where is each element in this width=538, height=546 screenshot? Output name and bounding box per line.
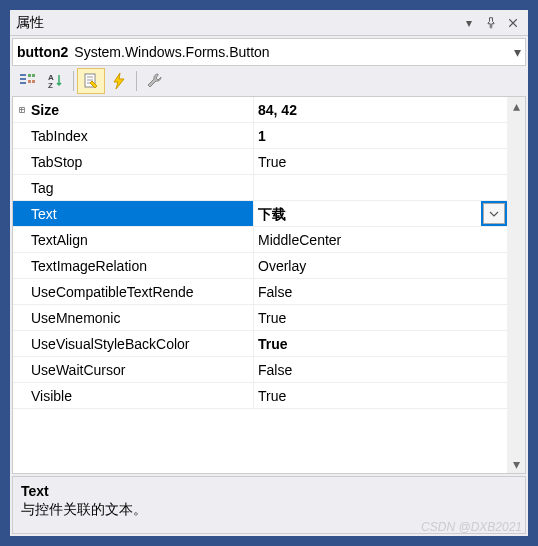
svg-text:Z: Z [48, 81, 53, 90]
property-name: TabStop [31, 149, 253, 174]
expand-icon [13, 383, 31, 408]
description-text: 与控件关联的文本。 [21, 501, 517, 519]
object-type: System.Windows.Forms.Button [74, 44, 514, 60]
property-name: Text [31, 201, 253, 226]
object-name: button2 [17, 44, 68, 60]
expand-icon [13, 253, 31, 278]
property-value[interactable]: 1 [253, 123, 507, 148]
toolbar: A Z [12, 66, 526, 96]
property-value[interactable]: False [253, 279, 507, 304]
toolbar-separator [73, 71, 74, 91]
property-name: UseVisualStyleBackColor [31, 331, 253, 356]
watermark: CSDN @DXB2021 [421, 520, 522, 534]
expand-icon [13, 175, 31, 200]
scroll-up-icon[interactable]: ▴ [507, 97, 525, 115]
property-row[interactable]: UseVisualStyleBackColorTrue [13, 331, 507, 357]
property-row[interactable]: UseCompatibleTextRendeFalse [13, 279, 507, 305]
expand-icon [13, 305, 31, 330]
property-row[interactable]: VisibleTrue [13, 383, 507, 409]
property-row[interactable]: TabStopTrue [13, 149, 507, 175]
alphabetical-button[interactable]: A Z [42, 68, 70, 94]
property-name: Visible [31, 383, 253, 408]
expand-icon [13, 357, 31, 382]
close-icon[interactable] [502, 12, 524, 34]
property-name: TabIndex [31, 123, 253, 148]
expand-icon [13, 149, 31, 174]
property-name: TextImageRelation [31, 253, 253, 278]
property-value[interactable]: True [253, 149, 507, 174]
expand-icon [13, 279, 31, 304]
property-value[interactable] [253, 175, 507, 200]
property-row[interactable]: Text下载 [13, 201, 507, 227]
property-value[interactable]: Overlay [253, 253, 507, 278]
property-row[interactable]: Tag [13, 175, 507, 201]
scrollbar[interactable]: ▴ ▾ [507, 97, 525, 473]
svg-rect-1 [20, 78, 26, 80]
svg-rect-4 [32, 74, 35, 77]
property-value[interactable]: True [253, 331, 507, 356]
property-row[interactable]: TextImageRelationOverlay [13, 253, 507, 279]
property-row[interactable]: UseWaitCursorFalse [13, 357, 507, 383]
property-name: Tag [31, 175, 253, 200]
pin-icon[interactable] [480, 12, 502, 34]
expand-icon[interactable]: ⊞ [13, 97, 31, 122]
expand-icon [13, 227, 31, 252]
expand-icon [13, 123, 31, 148]
description-name: Text [21, 483, 517, 499]
property-value[interactable]: True [253, 305, 507, 330]
property-grid: ⊞Size84, 42TabIndex1TabStopTrueTagText下载… [12, 96, 526, 474]
property-name: TextAlign [31, 227, 253, 252]
property-name: Size [31, 97, 253, 122]
property-name: UseWaitCursor [31, 357, 253, 382]
property-value[interactable]: False [253, 357, 507, 382]
chevron-down-icon: ▾ [514, 44, 521, 60]
property-name: UseCompatibleTextRende [31, 279, 253, 304]
property-name: UseMnemonic [31, 305, 253, 330]
expand-icon [13, 331, 31, 356]
svg-rect-0 [20, 74, 26, 76]
property-row[interactable]: TabIndex1 [13, 123, 507, 149]
properties-button[interactable] [77, 68, 105, 94]
chevron-down-icon[interactable] [483, 203, 505, 224]
property-value[interactable]: 下载 [253, 201, 481, 226]
properties-panel: 属性 ▾ button2 System.Windows.Forms.Button… [10, 10, 528, 536]
svg-rect-2 [20, 82, 26, 84]
property-row[interactable]: UseMnemonicTrue [13, 305, 507, 331]
panel-title: 属性 [16, 14, 458, 32]
categorized-button[interactable] [14, 68, 42, 94]
object-selector[interactable]: button2 System.Windows.Forms.Button ▾ [12, 38, 526, 66]
svg-rect-6 [32, 80, 35, 83]
property-value[interactable]: True [253, 383, 507, 408]
scroll-down-icon[interactable]: ▾ [507, 455, 525, 473]
expand-icon [13, 201, 31, 226]
property-row[interactable]: ⊞Size84, 42 [13, 97, 507, 123]
wrench-icon[interactable] [140, 68, 168, 94]
svg-rect-5 [28, 80, 31, 83]
events-button[interactable] [105, 68, 133, 94]
property-value[interactable]: 84, 42 [253, 97, 507, 122]
svg-rect-3 [28, 74, 31, 77]
property-row[interactable]: TextAlignMiddleCenter [13, 227, 507, 253]
property-value[interactable]: MiddleCenter [253, 227, 507, 252]
scroll-track[interactable] [507, 115, 525, 455]
toolbar-separator [136, 71, 137, 91]
dropdown-icon[interactable]: ▾ [458, 12, 480, 34]
titlebar: 属性 ▾ [10, 10, 528, 36]
